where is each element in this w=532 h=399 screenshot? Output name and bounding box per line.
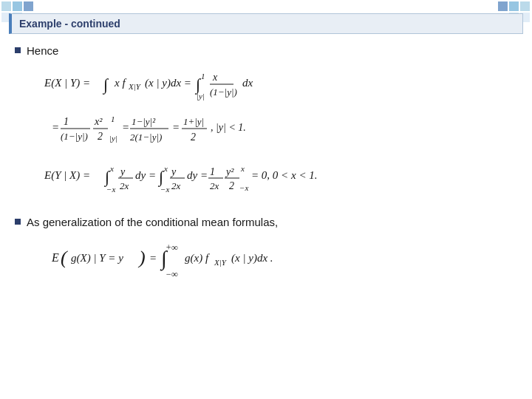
bullet-generalization: As generalization of the conditional mea… [15,216,517,228]
slide-container: Example - continued Hence E(X | Y) = ∫ x… [0,0,532,399]
svg-text:E: E [51,251,59,264]
svg-text:y: y [119,166,126,177]
svg-rect-7 [498,1,508,11]
svg-text:=: = [172,121,180,133]
formula-generalization-svg: E ( g(X) | Y = y ) = ∫ +∞ −∞ g(x) f X|Y … [37,236,466,284]
svg-text:E(X | Y) =: E(X | Y) = [44,77,90,89]
svg-text:|y|: |y| [109,134,117,143]
svg-text:1: 1 [64,116,69,127]
svg-text:X|Y: X|Y [128,82,142,91]
section-generalization: As generalization of the conditional mea… [15,216,517,290]
header-title: Example - continued [19,18,120,30]
svg-text:=: = [122,121,129,133]
svg-text:2(1−|y|): 2(1−|y|) [130,132,162,143]
svg-text:2x: 2x [171,180,181,191]
svg-text:1: 1 [210,166,215,177]
svg-text:(x | y)dx .: (x | y)dx . [231,252,273,265]
svg-text:∫: ∫ [102,75,109,95]
svg-text:1: 1 [111,115,115,123]
bullet-icon [15,47,21,53]
svg-text:x: x [212,72,218,83]
svg-text:1−|y|²: 1−|y|² [132,116,156,127]
svg-rect-5 [520,1,530,11]
svg-text:dy =: dy = [135,169,156,181]
svg-text:1: 1 [201,72,205,81]
svg-text:g(X) | Y = y: g(X) | Y = y [71,252,123,265]
formula-eyx-svg: E(Y | X) = ∫ x −x y 2x dy = ∫ x −x y 2x … [37,155,480,198]
formula-exy-line2-svg: = 1 (1−|y|) x² 2 1 |y| = 1−|y|² 2 [37,109,451,149]
svg-text:(1−|y|): (1−|y|) [61,131,88,142]
svg-text:x: x [163,164,168,173]
svg-text:(x | y)dx =: (x | y)dx = [145,77,191,89]
svg-text:dy =: dy = [187,169,208,181]
svg-text:x²: x² [94,116,103,127]
bullet-generalization-text: As generalization of the conditional mea… [27,216,278,228]
slide-header: Example - continued [9,13,523,34]
formula-exy: E(X | Y) = ∫ x f X|Y (x | y)dx = ∫ 1 |y|… [37,64,517,204]
svg-text:=: = [149,252,157,264]
svg-text:E(Y | X) =: E(Y | X) = [44,169,90,182]
svg-text:−x: −x [239,183,248,192]
svg-text:y: y [170,166,177,177]
svg-text:2: 2 [229,180,234,191]
svg-text:2x: 2x [120,180,129,191]
svg-text:−x: −x [160,185,169,194]
svg-text:−∞: −∞ [166,269,178,279]
svg-text:x f: x f [114,77,126,89]
content-area: Hence E(X | Y) = ∫ x f X|Y (x | y)dx = ∫… [15,44,517,392]
svg-text:2x: 2x [210,180,219,191]
svg-text:2: 2 [191,132,196,143]
svg-text:): ) [137,247,146,268]
formula-generalization: E ( g(X) | Y = y ) = ∫ +∞ −∞ g(x) f X|Y … [37,236,517,290]
svg-text:dx: dx [242,77,253,89]
svg-text:y²: y² [225,166,234,177]
svg-text:+∞: +∞ [166,242,178,253]
svg-text:1+|y|: 1+|y| [183,116,204,127]
svg-text:=: = [52,121,59,133]
section-hence: Hence E(X | Y) = ∫ x f X|Y (x | y)dx = ∫… [15,44,517,204]
svg-rect-2 [24,1,33,11]
bullet-hence: Hence [15,44,517,57]
svg-text:X|Y: X|Y [214,258,228,267]
svg-text:,   |y| < 1.: , |y| < 1. [211,122,246,133]
svg-text:x: x [240,164,245,173]
bullet-icon-2 [15,219,21,225]
svg-text:2: 2 [98,131,103,142]
svg-text:|y|: |y| [197,92,205,100]
svg-text:x: x [109,164,114,173]
svg-text:−x: −x [106,185,115,194]
svg-rect-6 [509,1,519,11]
svg-text:(1−|y|): (1−|y|) [210,86,237,98]
svg-rect-0 [1,1,11,11]
svg-text:(: ( [61,247,68,268]
bullet-hence-text: Hence [27,44,58,57]
formula-exy-svg: E(X | Y) = ∫ x f X|Y (x | y)dx = ∫ 1 |y|… [37,64,451,103]
svg-rect-1 [13,1,22,11]
svg-text:= 0,   0 < x < 1.: = 0, 0 < x < 1. [251,169,318,181]
svg-text:g(x) f: g(x) f [185,252,210,265]
